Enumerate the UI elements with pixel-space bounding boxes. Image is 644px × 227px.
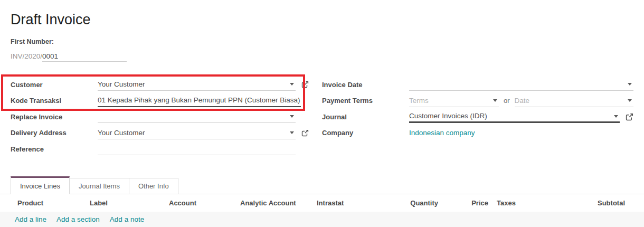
chevron-down-icon <box>628 83 632 86</box>
column-header-taxes: Taxes <box>488 199 552 207</box>
kode-transaksi-select[interactable]: 01 Kepada Pihak yang Bukan Pemungut PPN … <box>98 94 301 107</box>
payment-terms-placeholder: Terms <box>409 97 429 105</box>
delivery-address-select[interactable]: Your Customer <box>98 127 296 139</box>
chevron-down-icon <box>493 99 497 102</box>
invoice-date-input[interactable] <box>409 78 633 91</box>
customer-select[interactable]: Your Customer <box>98 78 296 91</box>
or-separator: or <box>504 97 510 105</box>
journal-external-link-icon[interactable] <box>626 113 633 121</box>
kode-transaksi-value: 01 Kepada Pihak yang Bukan Pemungut PPN … <box>98 96 301 104</box>
replace-invoice-select[interactable] <box>98 110 296 123</box>
invoice-lines-footer: Add a line Add a section Add a note <box>0 212 644 227</box>
journal-value: Customer Invoices (IDR) <box>409 112 495 120</box>
journal-label: Journal <box>322 113 409 121</box>
company-link[interactable]: Indonesian company <box>409 129 475 137</box>
replace-invoice-row: Replace Invoice <box>11 109 309 125</box>
column-header-intrastat: Intrastat <box>317 199 361 207</box>
sequence-prefix: INV/2020/ <box>11 52 42 60</box>
tab-other-info[interactable]: Other Info <box>129 178 178 194</box>
sequence-number-input[interactable]: 0001 <box>42 52 127 62</box>
company-label: Company <box>322 129 409 137</box>
sequence-field: INV/2020/0001 <box>11 52 127 62</box>
column-header-product: Product <box>0 199 90 207</box>
page-title: Draft Invoice <box>11 12 91 28</box>
customer-external-link-icon[interactable] <box>301 81 309 88</box>
journal-row: Journal Customer Invoices (IDR) <box>322 109 633 125</box>
chevron-down-icon <box>628 99 632 102</box>
delivery-address-value: Your Customer <box>98 129 153 137</box>
column-header-label: Label <box>90 199 169 207</box>
column-header-subtotal: Subtotal <box>552 199 625 207</box>
tab-journal-items[interactable]: Journal Items <box>70 178 129 194</box>
add-a-note-link[interactable]: Add a note <box>110 215 144 223</box>
chevron-down-icon <box>290 83 294 86</box>
customer-value: Your Customer <box>98 80 153 88</box>
reference-row: Reference <box>11 141 309 157</box>
invoice-date-label: Invoice Date <box>322 81 409 89</box>
column-header-quantity: Quantity <box>361 199 438 207</box>
column-header-price: Price <box>438 199 488 207</box>
reference-label: Reference <box>11 145 98 153</box>
delivery-address-row: Delivery Address Your Customer <box>11 125 309 141</box>
payment-terms-select[interactable]: Terms <box>409 94 499 107</box>
reference-input[interactable] <box>98 143 296 155</box>
kode-transaksi-label: Kode Transaksi <box>11 97 98 105</box>
journal-select[interactable]: Customer Invoices (IDR) <box>409 110 620 123</box>
notebook-tabs: Invoice Lines Journal Items Other Info <box>0 176 644 194</box>
kode-transaksi-row: Kode Transaksi 01 Kepada Pihak yang Buka… <box>11 93 309 109</box>
company-row: Company Indonesian company <box>322 125 633 141</box>
customer-row: Customer Your Customer <box>11 77 309 93</box>
first-number-label: First Number: <box>11 38 54 45</box>
form-left-column: Customer Your Customer Kode Transaksi 01… <box>11 77 309 157</box>
delivery-address-label: Delivery Address <box>11 129 98 137</box>
column-header-analytic-account: Analytic Account <box>240 199 317 207</box>
tab-invoice-lines[interactable]: Invoice Lines <box>11 176 70 194</box>
chevron-down-icon <box>614 115 618 118</box>
company-field: Indonesian company <box>409 127 633 139</box>
chevron-down-icon <box>290 115 294 118</box>
replace-invoice-label: Replace Invoice <box>11 113 98 121</box>
payment-terms-label: Payment Terms <box>322 97 409 105</box>
add-a-line-link[interactable]: Add a line <box>15 215 46 223</box>
column-header-account: Account <box>169 199 240 207</box>
payment-due-date-select[interactable]: Date <box>515 94 633 107</box>
invoice-form-sheet: Draft Invoice First Number: INV/2020/000… <box>0 0 644 227</box>
chevron-down-icon <box>290 131 294 134</box>
add-a-section-link[interactable]: Add a section <box>56 215 100 223</box>
invoice-lines-header-row: Product Label Account Analytic Account I… <box>0 194 644 212</box>
payment-terms-group: Terms or Date <box>409 94 633 107</box>
delivery-address-external-link-icon[interactable] <box>301 129 309 137</box>
form-right-column: Invoice Date Payment Terms Terms or Date <box>322 77 633 141</box>
payment-date-placeholder: Date <box>515 97 530 105</box>
payment-terms-row: Payment Terms Terms or Date <box>322 93 633 109</box>
customer-label: Customer <box>11 81 98 89</box>
invoice-date-row: Invoice Date <box>322 77 633 93</box>
